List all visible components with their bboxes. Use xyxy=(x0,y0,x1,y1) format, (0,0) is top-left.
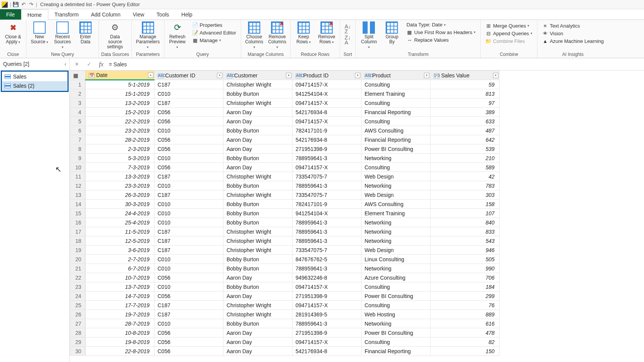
cell[interactable]: AWS Consulting xyxy=(361,200,430,209)
cell[interactable]: Networking xyxy=(361,264,430,273)
undo-icon[interactable]: ↶ xyxy=(20,2,26,8)
cell[interactable]: C056 xyxy=(154,144,223,154)
row-number[interactable]: 10 xyxy=(70,163,85,172)
cell[interactable]: Bobby Burton xyxy=(223,218,292,227)
cell[interactable]: 788959641-3 xyxy=(292,227,361,236)
cell[interactable]: Bobby Burton xyxy=(223,181,292,190)
cell[interactable]: Networking xyxy=(361,218,430,227)
cell[interactable]: C010 xyxy=(154,126,223,135)
cell[interactable]: Element Training xyxy=(361,209,430,218)
choose-columns-button[interactable]: Choose Columns xyxy=(243,21,265,51)
cell[interactable]: 788959641-3 xyxy=(292,154,361,163)
column-header-customer-id[interactable]: ABCCustomer ID▾ xyxy=(154,71,223,80)
data-type-button[interactable]: Data Type: Date xyxy=(406,21,476,28)
cell[interactable]: Consulting xyxy=(361,117,430,126)
row-number[interactable]: 26 xyxy=(70,310,85,319)
row-number[interactable]: 11 xyxy=(70,172,85,181)
cell[interactable]: 10-7-2019 xyxy=(85,273,154,282)
row-number[interactable]: 30 xyxy=(70,347,85,356)
cell[interactable]: 42 xyxy=(430,172,499,181)
cell[interactable]: Azure Consulting xyxy=(361,273,430,282)
filter-icon[interactable]: ▾ xyxy=(217,73,222,78)
cell[interactable]: C010 xyxy=(154,319,223,328)
save-icon[interactable]: 💾 xyxy=(13,2,19,8)
cell[interactable]: C010 xyxy=(154,264,223,273)
redo-icon[interactable]: ↷ xyxy=(28,2,34,8)
cell[interactable]: 13-2-2019 xyxy=(85,98,154,108)
cell[interactable]: Power BI Consulting xyxy=(361,328,430,337)
cell[interactable]: 542176934-8 xyxy=(292,347,361,356)
cell[interactable]: 19-7-2019 xyxy=(85,310,154,319)
data-source-settings-button[interactable]: ⚙ Data source settings xyxy=(101,21,129,51)
first-row-headers-button[interactable]: ▦Use First Row as Headers xyxy=(406,29,476,36)
table-row[interactable]: 15-1-2019C187Christopher Wright094714157… xyxy=(70,80,499,89)
cell[interactable]: Aaron Day xyxy=(223,328,292,337)
append-queries-button[interactable]: ⊟Append Queries xyxy=(485,30,533,37)
cell[interactable]: Christopher Wright xyxy=(223,98,292,108)
type-icon[interactable]: ABC xyxy=(296,73,302,79)
table-row[interactable]: 202-7-2019C010Bobby Burton847676762-5Lin… xyxy=(70,255,499,264)
tab-view[interactable]: View xyxy=(127,9,150,20)
cell[interactable]: 505 xyxy=(430,255,499,264)
cell[interactable]: 788959641-3 xyxy=(292,218,361,227)
cell[interactable]: 271951398-9 xyxy=(292,144,361,154)
advanced-editor-button[interactable]: 📝Advanced Editor xyxy=(191,29,237,36)
column-header-product-id[interactable]: ABCProduct ID▾ xyxy=(292,71,361,80)
type-icon[interactable]: ABC xyxy=(365,73,371,79)
cell[interactable]: Web Design xyxy=(361,190,430,200)
cell[interactable]: 788959641-3 xyxy=(292,319,361,328)
row-number[interactable]: 14 xyxy=(70,200,85,209)
cell[interactable]: 7-3-2019 xyxy=(85,163,154,172)
cell[interactable]: Aaron Day xyxy=(223,117,292,126)
cell[interactable]: C187 xyxy=(154,236,223,246)
cell[interactable]: C010 xyxy=(154,209,223,218)
cell[interactable]: 094714157-X xyxy=(292,337,361,347)
cell[interactable]: Christopher Wright xyxy=(223,310,292,319)
table-row[interactable]: 1326-3-2019C187Christopher Wright7335470… xyxy=(70,190,499,200)
table-row[interactable]: 2210-7-2019C056Aaron Day949632246-8Azure… xyxy=(70,273,499,282)
cell[interactable]: 5-3-2019 xyxy=(85,154,154,163)
row-number[interactable]: 29 xyxy=(70,337,85,347)
table-row[interactable]: 1223-3-2019C010Bobby Burton788959641-3Ne… xyxy=(70,181,499,190)
cell[interactable]: 788959641-3 xyxy=(292,181,361,190)
cell[interactable]: 184 xyxy=(430,282,499,292)
table-row[interactable]: 3022-8-2019C056Aaron Day542176934-8Finan… xyxy=(70,347,499,356)
cell[interactable]: Power BI Consulting xyxy=(361,292,430,301)
row-number[interactable]: 7 xyxy=(70,135,85,144)
cell[interactable]: 946 xyxy=(430,246,499,255)
table-row[interactable]: 2728-7-2019C010Bobby Burton788959641-3Ne… xyxy=(70,319,499,328)
cell[interactable]: C010 xyxy=(154,154,223,163)
remove-rows-button[interactable]: ✖ Remove Rows xyxy=(316,21,337,45)
table-row[interactable]: 2919-8-2019C056Aaron Day094714157-XConsu… xyxy=(70,337,499,347)
table-row[interactable]: 95-3-2019C010Bobby Burton788959641-3Netw… xyxy=(70,154,499,163)
tab-tools[interactable]: Tools xyxy=(150,9,175,20)
merge-queries-button[interactable]: ⊞Merge Queries xyxy=(485,22,533,29)
table-row[interactable]: 2810-8-2019C056Aaron Day271951398-9Power… xyxy=(70,328,499,337)
cell[interactable]: C010 xyxy=(154,181,223,190)
cell[interactable]: 539 xyxy=(430,144,499,154)
replace-values-button[interactable]: ↔Replace Values xyxy=(406,36,476,43)
table-row[interactable]: 2414-7-2019C056Aaron Day271951398-9Power… xyxy=(70,292,499,301)
cell[interactable]: 59 xyxy=(430,80,499,89)
table-row[interactable]: 728-2-2019C056Aaron Day542176934-8Financ… xyxy=(70,135,499,144)
cell[interactable]: 11-5-2019 xyxy=(85,227,154,236)
cell[interactable]: 97 xyxy=(430,98,499,108)
cell[interactable]: 210 xyxy=(430,154,499,163)
cell[interactable]: 158 xyxy=(430,200,499,209)
cell[interactable]: 642 xyxy=(430,135,499,144)
row-number[interactable]: 15 xyxy=(70,209,85,218)
cell[interactable]: C056 xyxy=(154,347,223,356)
row-number[interactable]: 20 xyxy=(70,255,85,264)
refresh-preview-button[interactable]: ⟳ Refresh Preview xyxy=(167,21,188,51)
cell[interactable]: 107 xyxy=(430,209,499,218)
remove-columns-button[interactable]: ✖ Remove Columns xyxy=(266,21,288,51)
cell[interactable]: Bobby Burton xyxy=(223,264,292,273)
row-number[interactable]: 17 xyxy=(70,227,85,236)
cell[interactable]: 833 xyxy=(430,227,499,236)
table-row[interactable]: 2517-7-2019C187Christopher Wright0947141… xyxy=(70,301,499,310)
cell[interactable]: 733547075-7 xyxy=(292,190,361,200)
cell[interactable]: 889 xyxy=(430,310,499,319)
cell[interactable]: 28-7-2019 xyxy=(85,319,154,328)
cell[interactable]: Financial Reporting xyxy=(361,347,430,356)
row-number[interactable]: 1 xyxy=(70,80,85,89)
